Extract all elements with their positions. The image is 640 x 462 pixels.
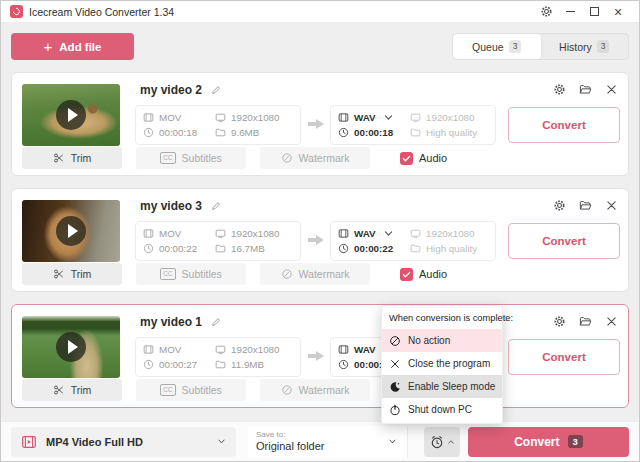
clock-icon [143,127,154,138]
close-button[interactable]: × [606,2,630,22]
audio-checkbox[interactable] [400,152,413,165]
scissors-icon [53,152,65,164]
menu-item-close-program[interactable]: Close the program [382,352,502,375]
convert-all-button[interactable]: Convert 3 [468,427,629,457]
bottom-bar: MP4 Video Full HD Save to: Original fold… [1,421,639,461]
check-icon [402,270,411,279]
audio-label: Audio [419,152,447,164]
target-format: WAV [354,112,376,123]
audio-label: Audio [419,268,447,280]
source-resolution: 1920x1080 [231,112,280,123]
folder-icon [215,243,226,254]
save-to-label: Save to: [256,430,285,440]
film-icon [143,228,154,239]
row-convert-button[interactable]: Convert [508,107,620,143]
play-icon[interactable] [56,332,86,362]
menu-item-sleep-mode[interactable]: Enable Sleep mode [382,375,502,398]
watermark-button[interactable]: Watermark [260,379,370,401]
film-play-icon [21,434,37,450]
chevron-down-icon [383,228,394,239]
cc-icon: CC [160,152,175,163]
subtitles-button[interactable]: CCSubtitles [136,263,246,285]
row-convert-button[interactable]: Convert [508,339,620,375]
remove-row-icon[interactable] [605,199,618,212]
watermark-button[interactable]: Watermark [260,147,370,169]
audio-checkbox[interactable] [400,268,413,281]
row-settings-gear-icon[interactable] [553,315,566,328]
menu-item-shut-down[interactable]: Shut down PC [382,398,502,421]
close-icon [389,358,401,370]
trim-button[interactable]: Trim [22,147,122,169]
arrow-right-icon [307,349,325,363]
edit-pencil-icon[interactable] [210,84,222,96]
tab-history[interactable]: History 3 [541,34,629,59]
row-convert-button[interactable]: Convert [508,223,620,259]
screen-icon [215,344,226,355]
app-title: Icecream Video Converter 1.34 [29,6,174,18]
edit-pencil-icon[interactable] [210,200,222,212]
remove-row-icon[interactable] [605,315,618,328]
row-settings-gear-icon[interactable] [553,199,566,212]
trim-button[interactable]: Trim [22,379,122,401]
source-format: MOV [159,112,181,123]
video-thumbnail[interactable] [22,200,120,262]
chevron-down-icon [388,437,397,446]
minimize-button[interactable] [558,2,582,22]
folder-icon [215,127,226,138]
completion-action-button[interactable] [424,427,460,457]
completion-menu: When conversion is complete: No action C… [381,305,503,424]
toolbar: + Add file Queue 3 History 3 [1,23,639,72]
folder-icon [215,359,226,370]
clock-icon [338,127,349,138]
row-settings-gear-icon[interactable] [553,83,566,96]
video-thumbnail[interactable] [22,84,120,146]
edit-pencil-icon[interactable] [210,316,222,328]
output-format-dropdown[interactable]: MP4 Video Full HD [11,427,236,457]
video-thumbnail[interactable] [22,316,120,378]
output-format-value: MP4 Video Full HD [46,436,143,448]
chevron-down-icon [383,112,394,123]
film-icon [143,344,154,355]
clock-icon [143,359,154,370]
save-to-dropdown[interactable]: Save to: Original folder [248,426,408,458]
video-title: my video 2 [140,83,202,97]
open-folder-icon[interactable] [579,199,592,212]
tab-queue-label: Queue [472,41,504,53]
open-folder-icon[interactable] [579,83,592,96]
target-resolution: 1920x1080 [426,112,475,123]
film-icon [338,228,349,239]
add-file-button[interactable]: + Add file [11,33,134,60]
source-info-box: MOV 1920x1080 00:00:22 16.7MB [135,221,301,261]
subtitles-button[interactable]: CCSubtitles [136,379,246,401]
tab-queue[interactable]: Queue 3 [453,34,541,59]
arrow-right-icon [307,117,325,131]
menu-item-no-action[interactable]: No action [382,329,502,352]
play-icon[interactable] [56,100,86,130]
screen-icon [410,112,421,123]
convert-all-label: Convert [514,435,559,449]
target-format-dropdown[interactable]: WAV [338,112,410,123]
video-title: my video 1 [140,315,202,329]
film-icon [338,112,349,123]
trim-button[interactable]: Trim [22,263,122,285]
subtitles-button[interactable]: CCSubtitles [136,147,246,169]
add-file-label: Add file [59,41,101,53]
open-folder-icon[interactable] [579,315,592,328]
target-duration: 00:00:18 [354,127,393,138]
power-icon [389,404,401,416]
watermark-button[interactable]: Watermark [260,263,370,285]
folder-icon [410,243,421,254]
audio-checkbox-group[interactable]: Audio [400,152,447,165]
gear-icon [540,5,553,18]
maximize-button[interactable] [582,2,606,22]
clock-icon [338,243,349,254]
remove-row-icon[interactable] [605,83,618,96]
alarm-clock-icon [430,435,444,449]
film-icon [338,344,349,355]
play-icon[interactable] [56,216,86,246]
arrow-right-icon [307,233,325,247]
audio-checkbox-group[interactable]: Audio [400,268,447,281]
target-format-dropdown[interactable]: WAV [338,228,410,239]
watermark-icon [281,384,293,396]
settings-button[interactable] [534,2,558,22]
